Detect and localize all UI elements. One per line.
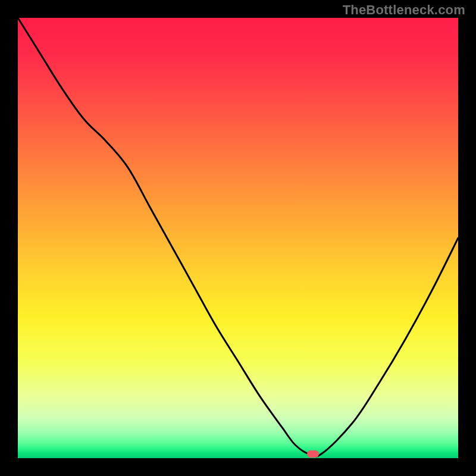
bottleneck-curve xyxy=(18,18,458,458)
optimal-marker xyxy=(307,450,319,458)
plot-area xyxy=(18,18,458,458)
watermark: TheBottleneck.com xyxy=(343,2,465,18)
chart-wrap: TheBottleneck.com xyxy=(0,0,476,476)
